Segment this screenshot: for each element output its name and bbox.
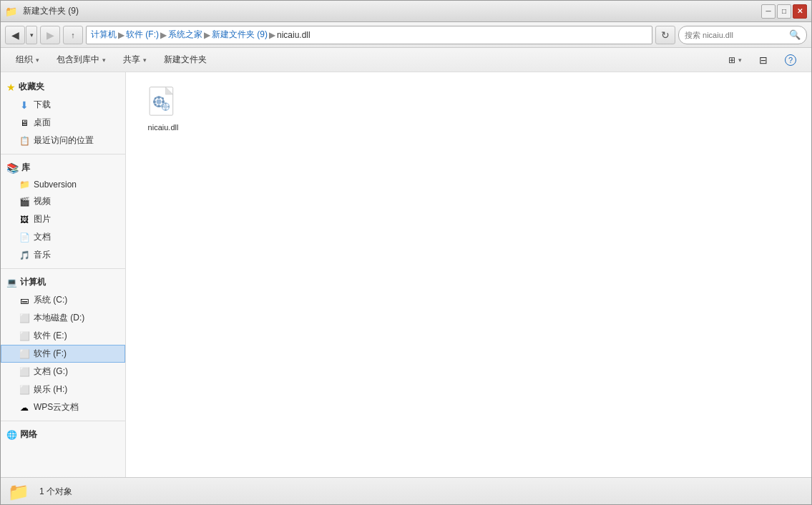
search-input[interactable] — [685, 31, 786, 39]
sidebar-item-label-recent: 最近访问的位置 — [34, 134, 94, 147]
search-icon[interactable]: 🔍 — [789, 29, 801, 40]
status-folder-icon: 📁 — [8, 482, 31, 502]
f-drive-icon: ⬜ — [19, 349, 30, 359]
add-to-library-label: 包含到库中 — [57, 54, 99, 66]
sidebar-item-c-drive[interactable]: 🖴 系统 (C:) — [1, 291, 125, 309]
favorites-section-icon: ★ — [6, 82, 16, 93]
window-icon: 📁 — [5, 6, 17, 17]
divider-1 — [1, 154, 125, 155]
sidebar-item-f-drive[interactable]: ⬜ 软件 (F:) — [1, 345, 125, 363]
sidebar-item-label-download: 下载 — [34, 99, 51, 111]
sidebar: ★ 收藏夹 ⬇ 下载 🖥 桌面 📋 最近访问的位置 📚 库 — [1, 72, 126, 477]
maximize-button[interactable]: □ — [777, 4, 791, 19]
back-button[interactable]: ◀ — [5, 26, 25, 44]
back-dropdown[interactable]: ▾ — [26, 26, 37, 44]
layout-button[interactable]: ⊟ — [751, 51, 776, 69]
wps-icon: ☁ — [19, 403, 30, 413]
svg-rect-15 — [165, 109, 167, 111]
sidebar-item-video[interactable]: 🎬 视频 — [1, 192, 125, 210]
layout-icon: ⊟ — [759, 54, 768, 66]
svg-rect-7 — [162, 101, 164, 103]
svg-rect-5 — [157, 105, 160, 107]
status-bar: 📁 1 个对象 — [1, 477, 811, 505]
sidebar-section-header-favorites[interactable]: ★ 收藏夹 — [1, 78, 125, 96]
library-dropdown-icon: ▾ — [102, 57, 106, 64]
sidebar-item-recent[interactable]: 📋 最近访问的位置 — [1, 132, 125, 149]
search-bar[interactable]: 🔍 — [678, 26, 807, 44]
new-folder-button[interactable]: 新建文件夹 — [156, 51, 215, 69]
sidebar-item-d-drive[interactable]: ⬜ 本地磁盘 (D:) — [1, 309, 125, 327]
image-icon: 🖼 — [19, 215, 30, 225]
organize-button[interactable]: 组织 ▾ — [8, 51, 47, 69]
minimize-button[interactable]: ─ — [761, 4, 776, 19]
new-folder-label: 新建文件夹 — [164, 54, 207, 66]
window-title: 新建文件夹 (9) — [23, 5, 79, 17]
sidebar-section-header-library[interactable]: 📚 库 — [1, 159, 125, 177]
svg-rect-17 — [167, 106, 170, 108]
sidebar-item-doc[interactable]: 📄 文档 — [1, 228, 125, 246]
forward-button[interactable]: ▶ — [40, 26, 60, 44]
sidebar-section-library: 📚 库 📁 Subversion 🎬 视频 🖼 图片 📄 文档 🎵 音乐 — [1, 159, 125, 264]
breadcrumb-current: nicaiu.dll — [277, 30, 310, 40]
sidebar-item-h-drive[interactable]: ⬜ 娱乐 (H:) — [1, 381, 125, 398]
breadcrumb-bar[interactable]: 计算机 ▶ 软件 (F:) ▶ 系统之家 ▶ 新建文件夹 (9) ▶ nicai… — [86, 26, 652, 44]
file-item-nicaiu-dll[interactable]: nicaiu.dll — [134, 81, 192, 137]
sidebar-item-music[interactable]: 🎵 音乐 — [1, 246, 125, 264]
sidebar-item-label-image: 图片 — [34, 213, 51, 225]
sidebar-item-label-g: 文档 (G:) — [34, 366, 68, 378]
sidebar-item-image[interactable]: 🖼 图片 — [1, 210, 125, 228]
subversion-icon: 📁 — [19, 180, 30, 190]
breadcrumb-folder2[interactable]: 新建文件夹 (9) — [212, 29, 268, 41]
refresh-button[interactable]: ↻ — [655, 26, 675, 44]
sidebar-item-label-d: 本地磁盘 (D:) — [34, 312, 84, 324]
sidebar-section-header-network[interactable]: 🌐 网络 — [1, 426, 125, 443]
add-to-library-button[interactable]: 包含到库中 ▾ — [49, 51, 114, 69]
video-icon: 🎬 — [19, 197, 30, 207]
sidebar-item-label-h: 娱乐 (H:) — [34, 383, 67, 396]
breadcrumb-folder1[interactable]: 系统之家 — [168, 29, 202, 41]
title-bar-controls: ─ □ ✕ — [761, 4, 807, 19]
help-button[interactable]: ? — [777, 51, 804, 69]
title-bar: 📁 新建文件夹 (9) ─ □ ✕ — [1, 1, 811, 22]
title-bar-left: 📁 新建文件夹 (9) — [5, 5, 79, 17]
help-icon: ? — [785, 54, 796, 66]
sidebar-item-desktop[interactable]: 🖥 桌面 — [1, 114, 125, 132]
svg-rect-16 — [162, 106, 164, 108]
sidebar-item-download[interactable]: ⬇ 下载 — [1, 96, 125, 114]
sidebar-section-header-computer[interactable]: 💻 计算机 — [1, 273, 125, 291]
library-section-icon: 📚 — [6, 162, 19, 174]
sidebar-section-favorites: ★ 收藏夹 ⬇ 下载 🖥 桌面 📋 最近访问的位置 — [1, 78, 125, 149]
sidebar-item-g-drive[interactable]: ⬜ 文档 (G:) — [1, 363, 125, 381]
sidebar-item-wps[interactable]: ☁ WPS云文档 — [1, 398, 125, 416]
sidebar-item-subversion[interactable]: 📁 Subversion — [1, 177, 125, 192]
e-drive-icon: ⬜ — [19, 331, 30, 341]
main-layout: ★ 收藏夹 ⬇ 下载 🖥 桌面 📋 最近访问的位置 📚 库 — [1, 72, 811, 477]
view-icon: ⊞ — [728, 55, 735, 65]
g-drive-icon: ⬜ — [19, 367, 30, 377]
desktop-icon: 🖥 — [19, 118, 30, 128]
svg-rect-4 — [157, 97, 160, 99]
d-drive-icon: ⬜ — [19, 313, 30, 323]
file-name-nicaiu-dll: nicaiu.dll — [148, 123, 179, 132]
nav-back-group: ◀ ▾ — [5, 26, 37, 44]
divider-2 — [1, 268, 125, 269]
sidebar-item-label-video: 视频 — [34, 195, 51, 207]
sidebar-item-label-c: 系统 (C:) — [34, 294, 67, 306]
svg-point-3 — [157, 99, 162, 104]
share-button[interactable]: 共享 ▾ — [115, 51, 155, 69]
sidebar-item-e-drive[interactable]: ⬜ 软件 (E:) — [1, 327, 125, 345]
toolbar: 组织 ▾ 包含到库中 ▾ 共享 ▾ 新建文件夹 ⊞ ▾ ⊟ ? — [1, 48, 811, 72]
share-label: 共享 — [123, 54, 140, 66]
up-button[interactable]: ↑ — [63, 26, 83, 44]
address-bar: ◀ ▾ ▶ ↑ 计算机 ▶ 软件 (F:) ▶ 系统之家 ▶ 新建文件夹 (9)… — [1, 22, 811, 48]
breadcrumb-drive[interactable]: 软件 (F:) — [126, 29, 159, 41]
sidebar-section-network: 🌐 网络 — [1, 426, 125, 443]
status-text: 1 个对象 — [39, 486, 72, 498]
computer-section-title: 计算机 — [20, 276, 46, 288]
view-button[interactable]: ⊞ ▾ — [720, 51, 750, 69]
breadcrumb-computer[interactable]: 计算机 — [91, 29, 117, 41]
organize-label: 组织 — [16, 54, 33, 66]
sidebar-section-computer: 💻 计算机 🖴 系统 (C:) ⬜ 本地磁盘 (D:) ⬜ 软件 (E:) ⬜ … — [1, 273, 125, 416]
library-section-title: 库 — [21, 162, 30, 174]
close-button[interactable]: ✕ — [793, 4, 807, 19]
